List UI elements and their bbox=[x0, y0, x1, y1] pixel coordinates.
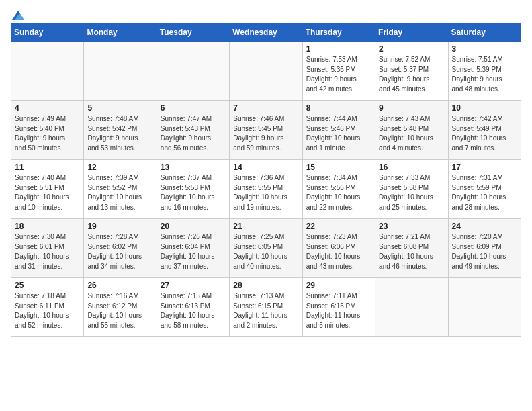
day-info: Sunrise: 7:30 AM Sunset: 6:01 PM Dayligh… bbox=[15, 232, 80, 271]
calendar-cell: 18Sunrise: 7:30 AM Sunset: 6:01 PM Dayli… bbox=[11, 219, 84, 278]
calendar-cell bbox=[448, 278, 521, 337]
day-info: Sunrise: 7:53 AM Sunset: 5:36 PM Dayligh… bbox=[306, 55, 371, 94]
weekday-header-friday: Friday bbox=[375, 24, 448, 42]
day-number: 6 bbox=[161, 103, 226, 113]
calendar-cell: 4Sunrise: 7:49 AM Sunset: 5:40 PM Daylig… bbox=[11, 101, 84, 160]
calendar-cell: 8Sunrise: 7:44 AM Sunset: 5:46 PM Daylig… bbox=[302, 101, 375, 160]
day-info: Sunrise: 7:33 AM Sunset: 5:58 PM Dayligh… bbox=[379, 173, 444, 212]
calendar-cell: 21Sunrise: 7:25 AM Sunset: 6:05 PM Dayli… bbox=[230, 219, 302, 278]
weekday-header-wednesday: Wednesday bbox=[230, 24, 302, 42]
calendar-cell bbox=[375, 278, 448, 337]
calendar-cell: 22Sunrise: 7:23 AM Sunset: 6:06 PM Dayli… bbox=[302, 219, 375, 278]
calendar-cell: 17Sunrise: 7:31 AM Sunset: 5:59 PM Dayli… bbox=[448, 160, 521, 219]
day-number: 15 bbox=[306, 163, 371, 172]
day-number: 5 bbox=[87, 103, 152, 113]
day-info: Sunrise: 7:47 AM Sunset: 5:43 PM Dayligh… bbox=[161, 114, 226, 153]
day-number: 28 bbox=[233, 281, 298, 290]
weekday-header-saturday: Saturday bbox=[448, 24, 521, 42]
day-number: 8 bbox=[306, 103, 371, 113]
day-info: Sunrise: 7:36 AM Sunset: 5:55 PM Dayligh… bbox=[233, 173, 298, 212]
day-info: Sunrise: 7:13 AM Sunset: 6:15 PM Dayligh… bbox=[233, 291, 298, 330]
day-info: Sunrise: 7:49 AM Sunset: 5:40 PM Dayligh… bbox=[15, 114, 80, 153]
day-info: Sunrise: 7:16 AM Sunset: 6:12 PM Dayligh… bbox=[87, 291, 152, 330]
day-number: 26 bbox=[87, 281, 152, 290]
calendar-cell: 24Sunrise: 7:20 AM Sunset: 6:09 PM Dayli… bbox=[448, 219, 521, 278]
day-info: Sunrise: 7:23 AM Sunset: 6:06 PM Dayligh… bbox=[306, 232, 371, 271]
day-info: Sunrise: 7:20 AM Sunset: 6:09 PM Dayligh… bbox=[452, 232, 517, 271]
day-number: 2 bbox=[379, 44, 444, 54]
day-info: Sunrise: 7:48 AM Sunset: 5:42 PM Dayligh… bbox=[87, 114, 152, 153]
day-number: 21 bbox=[233, 222, 298, 231]
calendar-cell: 27Sunrise: 7:15 AM Sunset: 6:13 PM Dayli… bbox=[157, 278, 229, 337]
calendar-cell: 23Sunrise: 7:21 AM Sunset: 6:08 PM Dayli… bbox=[375, 219, 448, 278]
calendar-cell: 2Sunrise: 7:52 AM Sunset: 5:37 PM Daylig… bbox=[375, 42, 448, 101]
day-number: 4 bbox=[15, 103, 80, 113]
weekday-header-sunday: Sunday bbox=[11, 24, 84, 42]
day-info: Sunrise: 7:52 AM Sunset: 5:37 PM Dayligh… bbox=[379, 55, 444, 94]
weekday-header-monday: Monday bbox=[84, 24, 157, 42]
calendar-cell: 29Sunrise: 7:11 AM Sunset: 6:16 PM Dayli… bbox=[302, 278, 375, 337]
calendar-cell: 10Sunrise: 7:42 AM Sunset: 5:49 PM Dayli… bbox=[448, 101, 521, 160]
day-number: 22 bbox=[306, 222, 371, 231]
calendar-cell: 7Sunrise: 7:46 AM Sunset: 5:45 PM Daylig… bbox=[230, 101, 302, 160]
day-number: 29 bbox=[306, 281, 371, 290]
day-info: Sunrise: 7:44 AM Sunset: 5:46 PM Dayligh… bbox=[306, 114, 371, 153]
day-info: Sunrise: 7:40 AM Sunset: 5:51 PM Dayligh… bbox=[15, 173, 80, 212]
calendar-cell: 15Sunrise: 7:34 AM Sunset: 5:56 PM Dayli… bbox=[302, 160, 375, 219]
calendar-cell: 13Sunrise: 7:37 AM Sunset: 5:53 PM Dayli… bbox=[157, 160, 229, 219]
day-info: Sunrise: 7:46 AM Sunset: 5:45 PM Dayligh… bbox=[233, 114, 298, 153]
logo bbox=[11, 11, 24, 17]
calendar-cell bbox=[11, 42, 84, 101]
day-info: Sunrise: 7:37 AM Sunset: 5:53 PM Dayligh… bbox=[161, 173, 226, 212]
day-number: 17 bbox=[452, 163, 517, 172]
day-info: Sunrise: 7:51 AM Sunset: 5:39 PM Dayligh… bbox=[452, 55, 517, 94]
calendar-cell bbox=[84, 42, 157, 101]
calendar-table: SundayMondayTuesdayWednesdayThursdayFrid… bbox=[11, 23, 521, 337]
day-info: Sunrise: 7:26 AM Sunset: 6:04 PM Dayligh… bbox=[161, 232, 226, 271]
day-number: 3 bbox=[452, 44, 517, 54]
day-number: 7 bbox=[233, 103, 298, 113]
weekday-header-thursday: Thursday bbox=[302, 24, 375, 42]
calendar-cell: 5Sunrise: 7:48 AM Sunset: 5:42 PM Daylig… bbox=[84, 101, 157, 160]
day-number: 14 bbox=[233, 163, 298, 172]
day-info: Sunrise: 7:25 AM Sunset: 6:05 PM Dayligh… bbox=[233, 232, 298, 271]
day-number: 25 bbox=[15, 281, 80, 290]
day-info: Sunrise: 7:11 AM Sunset: 6:16 PM Dayligh… bbox=[306, 291, 371, 330]
day-number: 20 bbox=[161, 222, 226, 231]
day-info: Sunrise: 7:43 AM Sunset: 5:48 PM Dayligh… bbox=[379, 114, 444, 153]
day-info: Sunrise: 7:39 AM Sunset: 5:52 PM Dayligh… bbox=[87, 173, 152, 212]
calendar-cell bbox=[157, 42, 229, 101]
day-info: Sunrise: 7:31 AM Sunset: 5:59 PM Dayligh… bbox=[452, 173, 517, 212]
day-number: 13 bbox=[161, 163, 226, 172]
calendar-cell: 26Sunrise: 7:16 AM Sunset: 6:12 PM Dayli… bbox=[84, 278, 157, 337]
day-number: 24 bbox=[452, 222, 517, 231]
calendar-cell: 9Sunrise: 7:43 AM Sunset: 5:48 PM Daylig… bbox=[375, 101, 448, 160]
day-number: 12 bbox=[87, 163, 152, 172]
day-number: 23 bbox=[379, 222, 444, 231]
calendar-cell bbox=[230, 42, 302, 101]
weekday-header-tuesday: Tuesday bbox=[157, 24, 229, 42]
calendar-cell: 20Sunrise: 7:26 AM Sunset: 6:04 PM Dayli… bbox=[157, 219, 229, 278]
calendar-cell: 6Sunrise: 7:47 AM Sunset: 5:43 PM Daylig… bbox=[157, 101, 229, 160]
calendar-cell: 16Sunrise: 7:33 AM Sunset: 5:58 PM Dayli… bbox=[375, 160, 448, 219]
day-info: Sunrise: 7:42 AM Sunset: 5:49 PM Dayligh… bbox=[452, 114, 517, 153]
day-number: 18 bbox=[15, 222, 80, 231]
calendar-cell: 3Sunrise: 7:51 AM Sunset: 5:39 PM Daylig… bbox=[448, 42, 521, 101]
calendar-cell: 25Sunrise: 7:18 AM Sunset: 6:11 PM Dayli… bbox=[11, 278, 84, 337]
calendar-cell: 28Sunrise: 7:13 AM Sunset: 6:15 PM Dayli… bbox=[230, 278, 302, 337]
calendar-cell: 14Sunrise: 7:36 AM Sunset: 5:55 PM Dayli… bbox=[230, 160, 302, 219]
day-number: 19 bbox=[87, 222, 152, 231]
day-info: Sunrise: 7:15 AM Sunset: 6:13 PM Dayligh… bbox=[161, 291, 226, 330]
calendar-cell: 11Sunrise: 7:40 AM Sunset: 5:51 PM Dayli… bbox=[11, 160, 84, 219]
calendar-cell: 19Sunrise: 7:28 AM Sunset: 6:02 PM Dayli… bbox=[84, 219, 157, 278]
day-number: 16 bbox=[379, 163, 444, 172]
calendar-cell: 1Sunrise: 7:53 AM Sunset: 5:36 PM Daylig… bbox=[302, 42, 375, 101]
day-info: Sunrise: 7:34 AM Sunset: 5:56 PM Dayligh… bbox=[306, 173, 371, 212]
logo-icon bbox=[12, 11, 24, 20]
day-number: 27 bbox=[161, 281, 226, 290]
day-info: Sunrise: 7:18 AM Sunset: 6:11 PM Dayligh… bbox=[15, 291, 80, 330]
day-number: 11 bbox=[15, 163, 80, 172]
day-info: Sunrise: 7:21 AM Sunset: 6:08 PM Dayligh… bbox=[379, 232, 444, 271]
day-info: Sunrise: 7:28 AM Sunset: 6:02 PM Dayligh… bbox=[87, 232, 152, 271]
day-number: 1 bbox=[306, 44, 371, 54]
